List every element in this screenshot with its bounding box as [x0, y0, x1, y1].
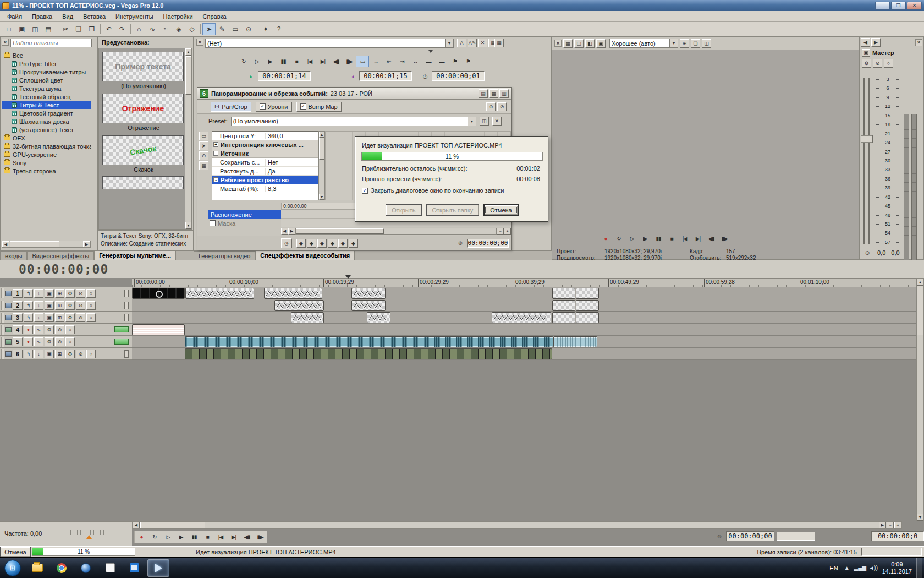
track-header[interactable]: 2↰↓▣⊞⚙⊘○ [0, 299, 132, 312]
preset-item[interactable]: СкачокСкачок [102, 135, 185, 174]
clip-title[interactable] [351, 300, 386, 311]
keyframe-nav-button[interactable]: ◆ [317, 239, 327, 248]
loop-icon[interactable]: ↻ [612, 233, 625, 244]
insert-icon[interactable]: → [369, 56, 382, 67]
checkbox-checked-icon[interactable]: ✓ [362, 188, 368, 194]
compose-child-icon[interactable]: ↓ [34, 289, 43, 298]
solo-icon[interactable]: ○ [86, 313, 96, 322]
play-from-start-icon[interactable]: ▷ [250, 56, 263, 67]
tree-item[interactable]: Тестовый образец [2, 92, 91, 101]
cancel-render-button[interactable]: Отмена [0, 547, 31, 557]
ignore-grouping-button[interactable]: ◇ [185, 23, 199, 35]
sync-cursor-icon[interactable]: ↻ [237, 56, 250, 67]
property-row[interactable]: -Рабочее пространство [212, 176, 318, 184]
tree-item[interactable]: Титры & Текст [2, 101, 91, 109]
clock[interactable]: 0:09 14.11.2017 [882, 561, 912, 575]
track-fx-icon[interactable]: ⚙ [65, 289, 75, 298]
preset-item[interactable]: ОтражениеОтражение [102, 94, 185, 132]
trim-marker-icon[interactable] [428, 50, 433, 54]
redo-button[interactable]: ↷ [116, 23, 129, 35]
out-time-display[interactable]: 00:00:01;15 [359, 71, 412, 81]
language-indicator[interactable]: EN [829, 565, 838, 571]
compose-parent-icon[interactable]: ↰ [24, 289, 33, 298]
phase-invert-icon[interactable]: ∿ [34, 337, 43, 346]
open-folder-button[interactable]: Открыть папку [426, 204, 480, 216]
track-fx-icon[interactable]: ⚙ [65, 313, 75, 322]
prev-frame-icon[interactable]: ◀▮ [240, 531, 254, 543]
zoom-in-icon[interactable]: + [504, 228, 511, 235]
vertical-scrollbar[interactable]: ▲ ▼ [318, 131, 325, 200]
lock-envelopes-button[interactable]: ◈ [172, 23, 185, 35]
tree-item[interactable]: OFX [2, 134, 91, 142]
compose-child-icon[interactable]: ↓ [34, 313, 43, 322]
mask-checkbox[interactable] [210, 220, 216, 226]
paste-button[interactable]: ❒ [85, 23, 98, 35]
mute-icon[interactable]: ⊘ [55, 325, 64, 334]
keyframe-row-location[interactable]: Расположение [208, 210, 281, 219]
timeline-vertical-scrollbar[interactable]: ▲ ▼ [916, 278, 924, 521]
pause-icon[interactable]: ▮▮ [277, 56, 290, 67]
zoom-out-icon[interactable]: − [497, 228, 504, 235]
play-from-start-icon[interactable]: ▷ [625, 233, 639, 244]
keyframe-time-display[interactable]: 00:00:00;00 [467, 239, 509, 248]
go-to-end-icon[interactable]: ▶| [316, 56, 329, 67]
tree-item[interactable]: Sony [2, 159, 91, 167]
property-row[interactable]: +Интерполяция ключевых ... [212, 140, 318, 149]
mute-icon[interactable]: ⊘ [55, 337, 64, 346]
tree-item[interactable]: 32-битная плавающая точка [2, 142, 91, 150]
close-icon[interactable]: ✕ [554, 40, 562, 47]
open-button[interactable]: Открыть [386, 204, 421, 216]
close-button[interactable]: ✕ [907, 2, 922, 10]
chevron-down-icon[interactable]: ▼ [468, 117, 476, 126]
close-icon[interactable]: ✕ [915, 39, 922, 46]
region-icon[interactable]: ⚑ [461, 56, 475, 67]
in-time-display[interactable]: 00:00:01;14 [258, 71, 311, 81]
play-icon[interactable]: ▶ [174, 531, 188, 543]
arrow-tool-icon[interactable]: ➤ [199, 141, 208, 150]
edit-cursor[interactable] [348, 278, 348, 361]
solo-icon[interactable]: ○ [65, 325, 75, 334]
tree-item[interactable]: Шахматная доска [2, 117, 91, 126]
envelope-tool-button[interactable]: ✎ [216, 23, 229, 35]
fx-chain-Pan/Crop[interactable]: ⊡Pan/Crop [211, 102, 251, 112]
prev-frame-icon[interactable]: ◀▮ [329, 56, 343, 67]
network-icon[interactable]: ▂▄▆ [856, 564, 865, 572]
track-drag-handle[interactable] [1, 313, 4, 323]
fx-checkbox-checked-icon[interactable]: ✓ [300, 103, 306, 110]
selection-field[interactable] [777, 532, 815, 541]
bypass-motion-blur-icon[interactable]: ▣ [45, 301, 54, 310]
scrollbar-thumb[interactable] [10, 241, 59, 247]
compose-parent-icon[interactable]: ↰ [24, 301, 33, 310]
go-to-end-icon[interactable]: ▶| [691, 233, 705, 244]
tree-item[interactable]: Третья сторона [2, 167, 91, 175]
track-level-fader[interactable] [124, 290, 129, 297]
track-motion-icon[interactable]: ⊞ [55, 301, 64, 310]
bus-properties-icon[interactable]: ▣ [862, 49, 870, 57]
selection-tool-button[interactable]: ▭ [229, 23, 242, 35]
tree-item[interactable]: GPU-ускорение [2, 150, 91, 159]
clip-filmstrip[interactable] [185, 348, 552, 359]
snap-lamp-icon[interactable]: ⊚ [456, 239, 465, 248]
split-screen-icon[interactable]: ◧ [585, 39, 595, 48]
cursor-time-display[interactable]: 00:00:00;00 [19, 262, 108, 276]
track-fx-icon[interactable]: ⚙ [65, 350, 75, 358]
tree-item[interactable]: Цветовой градиент [2, 109, 91, 117]
tab-Генераторы видео[interactable]: Генераторы видео [194, 251, 255, 260]
start-button[interactable]: ⊞ [4, 560, 21, 576]
vertical-scrollbar[interactable]: ▲ ▼ [185, 48, 192, 230]
close-on-finish-option[interactable]: ✓ Закрыть диалоговое окно по окончанию з… [362, 187, 504, 194]
go-to-start-icon[interactable]: |◀ [214, 531, 227, 543]
menu-Правка[interactable]: Правка [27, 12, 57, 21]
taskbar-globe-icon[interactable] [75, 559, 97, 577]
scrollbar-thumb[interactable] [140, 522, 205, 528]
arm-record-icon[interactable]: ● [24, 337, 33, 346]
show-desktop-button[interactable] [916, 558, 922, 578]
bar-b-icon[interactable]: ▬ [435, 56, 448, 67]
track-drag-handle[interactable] [1, 349, 4, 359]
zoom-tool-icon[interactable]: ⊙ [199, 151, 208, 160]
cursor-position-display[interactable]: 00:00:00;00 [726, 531, 774, 541]
arm-record-icon[interactable]: ● [24, 325, 33, 334]
tree-item[interactable]: ProType Titler [2, 59, 91, 68]
fx-checkbox-checked-icon[interactable]: ✓ [260, 103, 266, 110]
layout-tool-icon[interactable]: ▦ [199, 161, 208, 170]
